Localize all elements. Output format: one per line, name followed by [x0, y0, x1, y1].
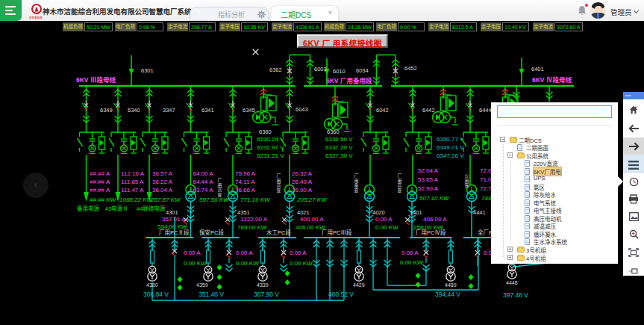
svg-text:##.## KW: ##.## KW: [90, 196, 117, 203]
svg-text:厂用备变: 厂用备变: [354, 173, 358, 194]
svg-text:52.04 A: 52.04 A: [418, 167, 439, 174]
svg-text:厂用PCⅣ段: 厂用PCⅣ段: [416, 229, 446, 236]
svg-text:6444: 6444: [479, 107, 492, 114]
svg-text:厂用PCⅢ段: 厂用PCⅢ段: [322, 229, 352, 236]
svg-text:74.11 A: 74.11 A: [235, 179, 255, 185]
svg-text:53.65 A: 53.65 A: [418, 176, 439, 183]
svg-text:6KV Ⅳ段母线: 6KV Ⅳ段母线: [532, 76, 572, 84]
svg-text:4359: 4359: [196, 282, 208, 288]
svg-text:111.47 A: 111.47 A: [121, 187, 144, 194]
svg-text:771.16 KW: 771.16 KW: [240, 196, 271, 203]
svg-text:4020: 4020: [372, 209, 385, 216]
svg-text:6337.20 V: 6337.20 V: [325, 144, 353, 151]
svg-text:6232.97 V: 6232.97 V: [257, 144, 284, 151]
svg-text:厂用高变: 厂用高变: [397, 173, 401, 194]
svg-text:##.## A: ##.## A: [90, 187, 110, 194]
svg-text:6360: 6360: [327, 129, 340, 135]
svg-text:厂用PCⅡ段: 厂用PCⅡ段: [159, 229, 190, 236]
svg-text:400.52 V: 400.52 V: [328, 291, 354, 298]
svg-text:0.00 KW: 0.00 KW: [290, 260, 313, 267]
svg-text:6034: 6034: [356, 67, 369, 74]
svg-text:357.01 A: 357.01 A: [162, 216, 186, 223]
svg-text:397.48 V: 397.48 V: [503, 291, 528, 299]
svg-text:36.57 A: 36.57 A: [152, 170, 173, 177]
svg-text:26.32 A: 26.32 A: [292, 170, 313, 177]
svg-text:0.00 KW: 0.00 KW: [400, 259, 423, 266]
svg-text:306.04 V: 306.04 V: [143, 291, 169, 298]
svg-text:64.44 A: 64.44 A: [193, 179, 214, 185]
svg-text:4380: 4380: [146, 282, 158, 288]
svg-text:257.87 KW: 257.87 KW: [150, 196, 181, 203]
svg-text:6349: 6349: [100, 107, 113, 114]
svg-text:6350.77 V: 6350.77 V: [437, 136, 464, 143]
svg-text:6301: 6301: [141, 67, 154, 74]
svg-text:4339: 4339: [257, 282, 269, 288]
svg-text:公用变: 公用变: [464, 173, 469, 188]
svg-text:4301: 4301: [166, 209, 178, 216]
svg-text:36.22 A: 36.22 A: [152, 179, 173, 185]
svg-text:6KV Ⅲ段母线: 6KV Ⅲ段母线: [76, 76, 116, 84]
svg-text:75.96 A: 75.96 A: [235, 170, 256, 177]
svg-text:351.40 V: 351.40 V: [198, 291, 224, 298]
svg-text:厂用高变: 厂用高变: [276, 173, 281, 194]
svg-text:#4联络电源: #4联络电源: [137, 205, 166, 212]
svg-text:6010: 6010: [333, 68, 346, 75]
svg-text:789.00 KW: 789.00 KW: [237, 224, 267, 231]
svg-text:6231.21 V: 6231.21 V: [257, 152, 284, 159]
svg-text:4429: 4429: [353, 282, 365, 288]
svg-text:6KV 厂用备用段: 6KV 厂用备用段: [326, 77, 372, 84]
svg-text:6347.26 V: 6347.26 V: [437, 152, 464, 159]
svg-text:6230.24 V: 6230.24 V: [257, 136, 284, 143]
svg-text:厂用高变: 厂用高变: [217, 178, 222, 198]
svg-text:4351: 4351: [237, 209, 250, 216]
svg-text:水工PC段: 水工PC段: [266, 229, 291, 236]
svg-text:6345: 6345: [243, 107, 255, 114]
svg-text:6362: 6362: [269, 66, 282, 73]
svg-text:0.00 KW: 0.00 KW: [184, 260, 207, 267]
svg-text:0.00 A: 0.00 A: [375, 216, 393, 223]
svg-text:0.00 A: 0.00 A: [236, 250, 253, 256]
svg-text:#3电源Ⅱ: #3电源Ⅱ: [105, 205, 128, 212]
svg-text:205.27 KW: 205.27 KW: [296, 196, 328, 203]
svg-text:26.90 A: 26.90 A: [292, 187, 313, 194]
svg-text:64.00 A: 64.00 A: [193, 170, 214, 177]
svg-text:387.90 V: 387.90 V: [254, 291, 279, 298]
svg-text:4448: 4448: [506, 280, 518, 285]
svg-text:1222.00 A: 1222.00 A: [240, 216, 268, 223]
svg-text:4489: 4489: [445, 282, 457, 288]
svg-text:##.## A: ##.## A: [90, 170, 110, 177]
svg-text:111.65 A: 111.65 A: [121, 179, 144, 185]
svg-text:26.49 A: 26.49 A: [292, 179, 313, 185]
svg-text:6452: 6452: [404, 65, 417, 72]
svg-text:597.56 KW: 597.56 KW: [199, 196, 230, 203]
svg-text:1401: 1401: [410, 209, 422, 216]
svg-text:0.00 A: 0.00 A: [401, 250, 419, 256]
svg-text:36.04 A: 36.04 A: [152, 187, 173, 194]
svg-text:0.00 KW: 0.00 KW: [375, 224, 398, 231]
svg-text:6340: 6340: [128, 107, 140, 114]
svg-text:6401: 6401: [531, 66, 544, 72]
svg-text:##.## A: ##.## A: [90, 179, 110, 185]
svg-text:400.00 A: 400.00 A: [300, 216, 324, 223]
svg-text:0.00 A: 0.00 A: [184, 250, 201, 256]
svg-text:0.00 KW: 0.00 KW: [236, 260, 259, 267]
svg-text:6442: 6442: [422, 107, 435, 114]
svg-text:6380: 6380: [259, 129, 272, 135]
svg-text:保安PC段: 保安PC段: [199, 229, 224, 236]
svg-text:507.10 KW: 507.10 KW: [419, 195, 450, 202]
svg-text:394.44 V: 394.44 V: [435, 291, 460, 298]
svg-text:52.90 A: 52.90 A: [418, 185, 439, 192]
svg-text:406.00 A: 406.00 A: [423, 216, 447, 223]
svg-text:6043: 6043: [296, 106, 308, 113]
svg-text:6341: 6341: [201, 107, 214, 114]
svg-text:备用电源: 备用电源: [77, 205, 99, 212]
svg-text:4441: 4441: [473, 209, 486, 216]
svg-text:6042: 6042: [376, 107, 389, 114]
svg-text:6003: 6003: [314, 66, 327, 72]
svg-text:6339.50 V: 6339.50 V: [325, 136, 353, 143]
svg-text:6349.01 V: 6349.01 V: [437, 144, 464, 151]
svg-text:1068.22 KW: 1068.22 KW: [119, 196, 153, 203]
svg-text:0.00 A: 0.00 A: [290, 250, 307, 256]
svg-text:6327.30 V: 6327.30 V: [325, 152, 353, 159]
svg-text:112.16 A: 112.16 A: [121, 170, 145, 177]
